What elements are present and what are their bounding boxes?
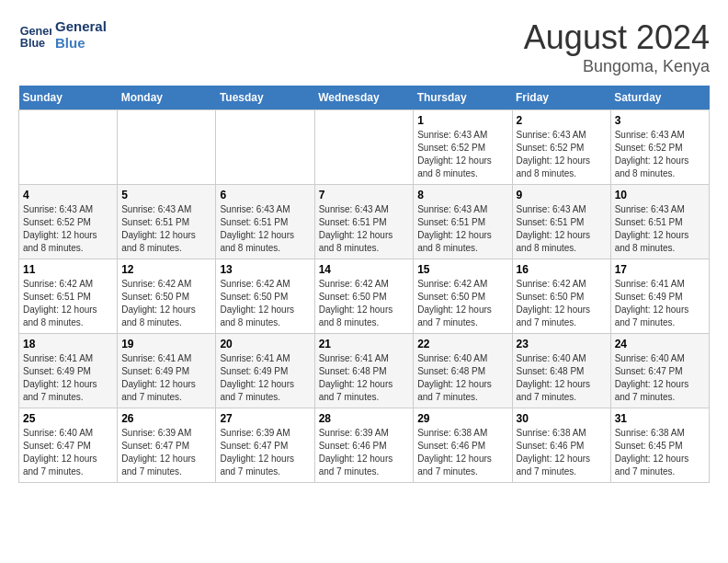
day-number: 8: [417, 189, 507, 201]
calendar-cell: 14Sunrise: 6:42 AM Sunset: 6:50 PM Dayli…: [314, 259, 414, 334]
day-number: 26: [121, 412, 211, 425]
day-number: 21: [319, 338, 410, 350]
day-number: 12: [121, 263, 211, 276]
day-number: 14: [319, 263, 410, 276]
calendar-cell: 8Sunrise: 6:43 AM Sunset: 6:51 PM Daylig…: [414, 185, 512, 259]
day-info: Sunrise: 6:39 AM Sunset: 6:46 PM Dayligh…: [319, 427, 410, 478]
calendar-cell: [19, 110, 118, 185]
day-number: 22: [417, 338, 507, 350]
calendar-cell: 26Sunrise: 6:39 AM Sunset: 6:47 PM Dayli…: [118, 408, 216, 483]
calendar-cell: 18Sunrise: 6:41 AM Sunset: 6:49 PM Dayli…: [19, 334, 118, 408]
day-info: Sunrise: 6:41 AM Sunset: 6:49 PM Dayligh…: [220, 352, 310, 404]
calendar-cell: 24Sunrise: 6:40 AM Sunset: 6:47 PM Dayli…: [610, 334, 709, 408]
calendar-cell: 25Sunrise: 6:40 AM Sunset: 6:47 PM Dayli…: [19, 408, 118, 483]
day-number: 28: [319, 412, 410, 425]
day-info: Sunrise: 6:42 AM Sunset: 6:50 PM Dayligh…: [220, 278, 310, 329]
calendar-week-row: 11Sunrise: 6:42 AM Sunset: 6:51 PM Dayli…: [19, 259, 710, 334]
header-saturday: Saturday: [610, 86, 709, 110]
day-number: 24: [615, 338, 705, 350]
day-info: Sunrise: 6:42 AM Sunset: 6:50 PM Dayligh…: [417, 278, 507, 329]
day-number: 9: [517, 189, 607, 201]
day-info: Sunrise: 6:42 AM Sunset: 6:51 PM Dayligh…: [23, 278, 113, 329]
day-info: Sunrise: 6:43 AM Sunset: 6:52 PM Dayligh…: [517, 129, 607, 180]
day-number: 18: [23, 338, 113, 350]
calendar-cell: 16Sunrise: 6:42 AM Sunset: 6:50 PM Dayli…: [512, 259, 610, 334]
day-number: 27: [220, 412, 310, 425]
day-info: Sunrise: 6:42 AM Sunset: 6:50 PM Dayligh…: [121, 278, 211, 329]
svg-text:Blue: Blue: [20, 37, 45, 50]
day-info: Sunrise: 6:40 AM Sunset: 6:47 PM Dayligh…: [615, 352, 705, 404]
page-subtitle: Bungoma, Kenya: [524, 57, 710, 76]
day-info: Sunrise: 6:41 AM Sunset: 6:48 PM Dayligh…: [319, 352, 410, 404]
calendar-cell: 27Sunrise: 6:39 AM Sunset: 6:47 PM Dayli…: [216, 408, 314, 483]
logo-text-blue: Blue: [55, 35, 107, 52]
day-info: Sunrise: 6:43 AM Sunset: 6:52 PM Dayligh…: [23, 203, 113, 255]
calendar-cell: 23Sunrise: 6:40 AM Sunset: 6:48 PM Dayli…: [512, 334, 610, 408]
day-info: Sunrise: 6:40 AM Sunset: 6:48 PM Dayligh…: [417, 352, 507, 404]
calendar-header-row: SundayMondayTuesdayWednesdayThursdayFrid…: [19, 86, 710, 110]
calendar-cell: 3Sunrise: 6:43 AM Sunset: 6:52 PM Daylig…: [610, 110, 709, 185]
day-info: Sunrise: 6:42 AM Sunset: 6:50 PM Dayligh…: [517, 278, 607, 329]
day-number: 17: [615, 263, 705, 276]
day-number: 1: [417, 114, 507, 127]
day-info: Sunrise: 6:43 AM Sunset: 6:51 PM Dayligh…: [319, 203, 410, 255]
day-number: 2: [517, 114, 607, 127]
calendar-cell: 15Sunrise: 6:42 AM Sunset: 6:50 PM Dayli…: [414, 259, 512, 334]
calendar-week-row: 25Sunrise: 6:40 AM Sunset: 6:47 PM Dayli…: [19, 408, 710, 483]
day-info: Sunrise: 6:43 AM Sunset: 6:51 PM Dayligh…: [220, 203, 310, 255]
calendar-cell: 6Sunrise: 6:43 AM Sunset: 6:51 PM Daylig…: [216, 185, 314, 259]
day-info: Sunrise: 6:41 AM Sunset: 6:49 PM Dayligh…: [615, 278, 705, 329]
calendar-cell: 19Sunrise: 6:41 AM Sunset: 6:49 PM Dayli…: [118, 334, 216, 408]
calendar-cell: 1Sunrise: 6:43 AM Sunset: 6:52 PM Daylig…: [414, 110, 512, 185]
day-info: Sunrise: 6:40 AM Sunset: 6:47 PM Dayligh…: [23, 427, 113, 478]
day-info: Sunrise: 6:43 AM Sunset: 6:51 PM Dayligh…: [517, 203, 607, 255]
calendar-cell: 10Sunrise: 6:43 AM Sunset: 6:51 PM Dayli…: [610, 185, 709, 259]
day-number: 30: [517, 412, 607, 425]
calendar-cell: 13Sunrise: 6:42 AM Sunset: 6:50 PM Dayli…: [216, 259, 314, 334]
calendar-cell: [216, 110, 314, 185]
day-number: 3: [615, 114, 705, 127]
calendar-cell: 7Sunrise: 6:43 AM Sunset: 6:51 PM Daylig…: [314, 185, 414, 259]
header-sunday: Sunday: [19, 86, 118, 110]
day-info: Sunrise: 6:41 AM Sunset: 6:49 PM Dayligh…: [23, 352, 113, 404]
calendar-cell: 29Sunrise: 6:38 AM Sunset: 6:46 PM Dayli…: [414, 408, 512, 483]
day-info: Sunrise: 6:38 AM Sunset: 6:46 PM Dayligh…: [517, 427, 607, 478]
day-info: Sunrise: 6:43 AM Sunset: 6:52 PM Dayligh…: [417, 129, 507, 180]
day-info: Sunrise: 6:38 AM Sunset: 6:46 PM Dayligh…: [417, 427, 507, 478]
calendar-week-row: 1Sunrise: 6:43 AM Sunset: 6:52 PM Daylig…: [19, 110, 710, 185]
day-info: Sunrise: 6:40 AM Sunset: 6:48 PM Dayligh…: [517, 352, 607, 404]
calendar-cell: [314, 110, 414, 185]
calendar-cell: 12Sunrise: 6:42 AM Sunset: 6:50 PM Dayli…: [118, 259, 216, 334]
calendar-cell: 21Sunrise: 6:41 AM Sunset: 6:48 PM Dayli…: [314, 334, 414, 408]
calendar-cell: 4Sunrise: 6:43 AM Sunset: 6:52 PM Daylig…: [19, 185, 118, 259]
day-number: 4: [23, 189, 113, 201]
day-number: 6: [220, 189, 310, 201]
day-info: Sunrise: 6:43 AM Sunset: 6:51 PM Dayligh…: [417, 203, 507, 255]
day-number: 31: [615, 412, 705, 425]
day-info: Sunrise: 6:43 AM Sunset: 6:52 PM Dayligh…: [615, 129, 705, 180]
calendar-cell: 9Sunrise: 6:43 AM Sunset: 6:51 PM Daylig…: [512, 185, 610, 259]
calendar-cell: 17Sunrise: 6:41 AM Sunset: 6:49 PM Dayli…: [610, 259, 709, 334]
day-number: 13: [220, 263, 310, 276]
day-number: 20: [220, 338, 310, 350]
header-monday: Monday: [118, 86, 216, 110]
logo-icon: General Blue: [18, 18, 51, 52]
day-number: 19: [121, 338, 211, 350]
calendar-week-row: 4Sunrise: 6:43 AM Sunset: 6:52 PM Daylig…: [19, 185, 710, 259]
calendar-table: SundayMondayTuesdayWednesdayThursdayFrid…: [18, 86, 710, 483]
header-thursday: Thursday: [414, 86, 512, 110]
day-info: Sunrise: 6:43 AM Sunset: 6:51 PM Dayligh…: [615, 203, 705, 255]
calendar-cell: 2Sunrise: 6:43 AM Sunset: 6:52 PM Daylig…: [512, 110, 610, 185]
calendar-cell: 5Sunrise: 6:43 AM Sunset: 6:51 PM Daylig…: [118, 185, 216, 259]
day-info: Sunrise: 6:42 AM Sunset: 6:50 PM Dayligh…: [319, 278, 410, 329]
logo-text-general: General: [55, 18, 107, 35]
header-friday: Friday: [512, 86, 610, 110]
day-info: Sunrise: 6:39 AM Sunset: 6:47 PM Dayligh…: [121, 427, 211, 478]
page-header: General Blue General Blue August 2024 Bu…: [18, 18, 710, 76]
header-tuesday: Tuesday: [216, 86, 314, 110]
calendar-cell: 11Sunrise: 6:42 AM Sunset: 6:51 PM Dayli…: [19, 259, 118, 334]
calendar-week-row: 18Sunrise: 6:41 AM Sunset: 6:49 PM Dayli…: [19, 334, 710, 408]
day-number: 15: [417, 263, 507, 276]
day-number: 25: [23, 412, 113, 425]
day-info: Sunrise: 6:38 AM Sunset: 6:45 PM Dayligh…: [615, 427, 705, 478]
